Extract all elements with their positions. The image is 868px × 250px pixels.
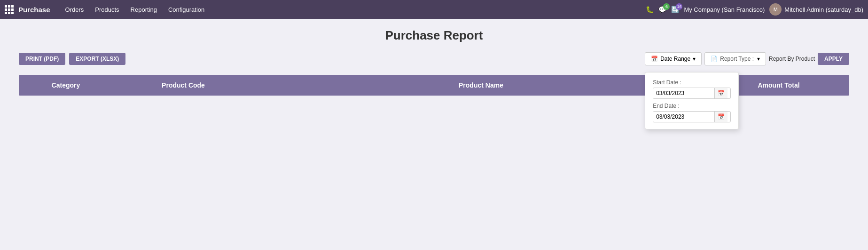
column-header-category: Category xyxy=(19,75,113,96)
date-range-label: Date Range xyxy=(660,56,690,62)
nav-reporting[interactable]: Reporting xyxy=(126,4,162,15)
end-date-label: End Date : xyxy=(653,103,731,109)
start-date-wrap: 📅 xyxy=(653,88,731,99)
nav-products[interactable]: Products xyxy=(90,4,124,15)
toolbar: PRINT (PDF) EXPORT (XLSX) 📅 Date Range ▾… xyxy=(19,52,849,65)
end-date-wrap: 📅 xyxy=(653,111,731,122)
export-xlsx-button[interactable]: EXPORT (XLSX) xyxy=(69,53,125,65)
apply-button[interactable]: APPLY xyxy=(818,53,849,65)
date-range-dropdown: Start Date : 📅 End Date : 📅 xyxy=(645,72,739,129)
nav-right: 🐛 💬 6 🔄 16 My Company (San Francisco) M … xyxy=(646,3,863,16)
start-date-input[interactable] xyxy=(653,88,714,98)
start-date-label: Start Date : xyxy=(653,79,731,86)
date-range-button[interactable]: 📅 Date Range ▾ xyxy=(645,52,702,65)
chevron-down-icon: ▾ xyxy=(693,56,696,62)
end-date-input[interactable] xyxy=(653,112,714,122)
chat-icon-button[interactable]: 💬 6 xyxy=(658,6,666,13)
nav-menu: Orders Products Reporting Configuration xyxy=(61,4,210,15)
report-type-prefix: Report Type : xyxy=(720,56,754,62)
report-type-icon: 📄 xyxy=(711,56,718,62)
chevron-down-icon2: ▾ xyxy=(757,56,760,62)
page-title: Purchase Report xyxy=(19,28,849,43)
nav-configuration[interactable]: Configuration xyxy=(164,4,209,15)
end-date-calendar-button[interactable]: 📅 xyxy=(714,112,727,122)
nav-left: Purchase Orders Products Reporting Confi… xyxy=(5,4,209,15)
update-icon-button[interactable]: 🔄 16 xyxy=(671,6,679,13)
avatar: M xyxy=(769,3,782,16)
app-name[interactable]: Purchase xyxy=(18,6,50,14)
toolbar-right: 📅 Date Range ▾ Start Date : 📅 End Date :… xyxy=(645,52,849,65)
start-date-calendar-button[interactable]: 📅 xyxy=(714,88,727,98)
chat-badge: 6 xyxy=(663,3,670,10)
nav-orders[interactable]: Orders xyxy=(61,4,89,15)
column-header-product-name: Product Name xyxy=(254,75,708,96)
report-type-button[interactable]: 📄 Report Type : ▾ xyxy=(704,52,766,65)
company-name: My Company (San Francisco) xyxy=(684,6,765,13)
calendar-icon: 📅 xyxy=(651,56,658,62)
report-type-value: Report By Product xyxy=(769,56,815,62)
top-navigation: Purchase Orders Products Reporting Confi… xyxy=(0,0,868,19)
user-name: Mitchell Admin (saturday_db) xyxy=(784,6,863,13)
toolbar-left: PRINT (PDF) EXPORT (XLSX) xyxy=(19,53,125,65)
print-pdf-button[interactable]: PRINT (PDF) xyxy=(19,53,65,65)
main-content: Purchase Report PRINT (PDF) EXPORT (XLSX… xyxy=(0,19,868,105)
column-header-product-code: Product Code xyxy=(113,75,254,96)
bug-icon-button[interactable]: 🐛 xyxy=(646,6,654,13)
update-badge: 16 xyxy=(676,3,682,10)
user-menu[interactable]: M Mitchell Admin (saturday_db) xyxy=(769,3,863,16)
app-grid-icon[interactable] xyxy=(5,5,14,14)
